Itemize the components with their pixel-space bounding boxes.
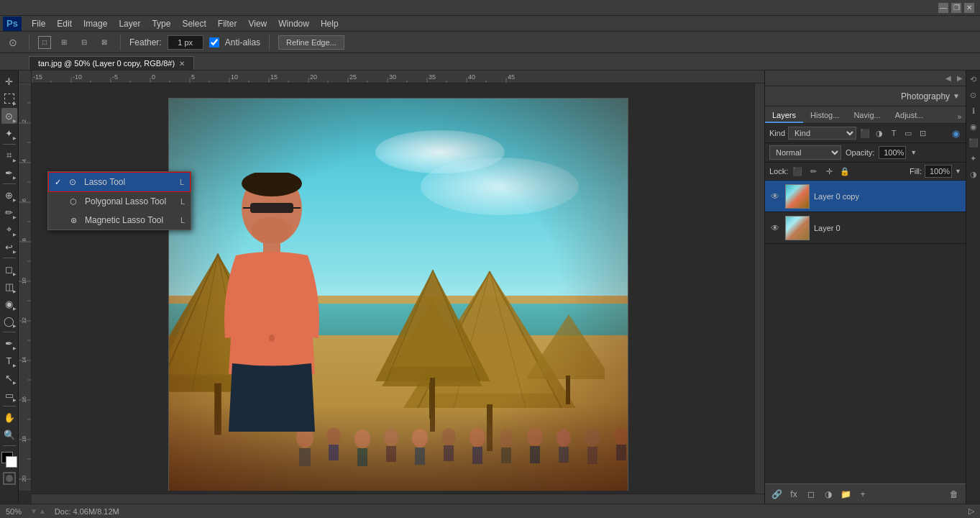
menu-filter[interactable]: Filter xyxy=(212,17,243,30)
subtract-selection-icon[interactable]: ⊟ xyxy=(77,35,91,50)
new-layer-button[interactable]: + xyxy=(856,487,870,501)
lock-position-icon[interactable]: ✛ xyxy=(823,165,835,178)
add-mask-button[interactable]: ◻ xyxy=(804,487,818,501)
lock-image-icon[interactable]: ✏ xyxy=(807,165,820,178)
fill-arrow[interactable]: ▼ xyxy=(955,168,961,175)
fill-input[interactable] xyxy=(925,165,952,178)
menu-layer[interactable]: Layer xyxy=(113,17,146,30)
fx-button[interactable]: fx xyxy=(787,487,801,501)
blur-tool[interactable]: ◉ ▶ xyxy=(1,296,17,312)
layers-tab-more[interactable]: » xyxy=(953,111,966,123)
panel-arrow-right[interactable]: ▶ xyxy=(957,74,963,82)
canvas-area[interactable]: -15 -10 -5 0 5 10 15 20 25 30 35 40 45 xyxy=(19,71,764,504)
vertical-scrollbar[interactable] xyxy=(754,83,764,494)
tab-adjust[interactable]: Adjust... xyxy=(888,109,931,123)
svg-rect-114 xyxy=(444,445,454,461)
path-select-tool[interactable]: ↖ ▶ xyxy=(1,370,17,386)
tab-navig[interactable]: Navig... xyxy=(846,109,887,123)
kind-select[interactable]: Kind Name Effect Mode Attribute Color Sm… xyxy=(788,127,856,140)
lasso-tool[interactable]: ⊙ ▶ xyxy=(1,108,17,124)
menu-window[interactable]: Window xyxy=(273,17,315,30)
zoom-up-icon[interactable]: ▲ xyxy=(39,507,46,515)
add-selection-icon[interactable]: ⊞ xyxy=(57,35,71,50)
link-layers-button[interactable]: 🔗 xyxy=(769,487,784,501)
eraser-tool[interactable]: ◻ ▶ xyxy=(1,261,17,277)
panel-info-icon[interactable]: ℹ xyxy=(968,105,979,117)
pixel-filter-icon[interactable]: ⬛ xyxy=(859,127,871,139)
menu-image[interactable]: Image xyxy=(78,17,113,30)
quick-mask-button[interactable] xyxy=(1,471,17,486)
move-tool[interactable]: ✛ xyxy=(1,73,17,89)
maximize-button[interactable]: ❐ xyxy=(951,3,961,13)
feather-label: Feather: xyxy=(129,37,162,47)
color-swatches[interactable] xyxy=(1,452,17,468)
feather-input[interactable] xyxy=(168,35,203,50)
title-bar-buttons[interactable]: — ❐ ✕ xyxy=(938,3,974,13)
intersect-selection-icon[interactable]: ⊠ xyxy=(97,35,111,50)
type-filter-icon[interactable]: T xyxy=(888,127,899,139)
menu-view[interactable]: View xyxy=(242,17,273,30)
dodge-tool[interactable]: ◯ ▶ xyxy=(1,313,17,329)
workspace-selector[interactable]: Photography ▼ xyxy=(765,86,966,106)
menu-file[interactable]: File xyxy=(26,17,51,30)
panel-swatches-icon[interactable]: ⬛ xyxy=(968,137,979,148)
menu-type[interactable]: Type xyxy=(146,17,176,30)
marquee-tool[interactable]: ▶ xyxy=(1,91,17,106)
layer-item-0[interactable]: 👁 Layer 0 xyxy=(765,212,966,244)
shape-filter-icon[interactable]: ▭ xyxy=(902,127,914,139)
type-tool[interactable]: T ▶ xyxy=(1,353,17,368)
layer-eye-0[interactable]: 👁 xyxy=(769,222,781,234)
document-tab[interactable]: tan.jpg @ 50% (Layer 0 copy, RGB/8#) ✕ xyxy=(29,56,194,70)
panel-style-icon[interactable]: ✦ xyxy=(968,153,979,164)
clone-stamp-tool[interactable]: ⌖ ▶ xyxy=(1,222,17,237)
eyedropper-tool[interactable]: ✒ ▶ xyxy=(1,165,17,181)
magnetic-lasso-option[interactable]: ⊛ Magnetic Lasso Tool L xyxy=(48,211,191,230)
horizontal-scrollbar[interactable] xyxy=(32,494,764,504)
opacity-input[interactable] xyxy=(879,146,906,159)
panel-history-icon[interactable]: ⊙ xyxy=(968,89,979,101)
layer-eye-copy[interactable]: 👁 xyxy=(769,191,781,202)
hand-tool[interactable]: ✋ xyxy=(1,409,17,425)
ruler-corner xyxy=(19,71,32,83)
layer-item-copy[interactable]: 👁 Layer 0 copy xyxy=(765,181,966,212)
zoom-tool[interactable]: 🔍 xyxy=(1,427,17,442)
canvas-image-container[interactable] xyxy=(32,83,764,491)
gradient-tool[interactable]: ◫ ▶ xyxy=(1,278,17,294)
panel-color-icon[interactable]: ◉ xyxy=(968,121,979,132)
group-button[interactable]: 📁 xyxy=(838,487,853,501)
polygonal-lasso-option[interactable]: ⬡ Polygonal Lasso Tool L xyxy=(48,192,191,211)
delete-layer-button[interactable]: 🗑 xyxy=(947,487,961,501)
tab-layers[interactable]: Layers xyxy=(765,109,803,123)
adjustment-button[interactable]: ◑ xyxy=(821,487,835,501)
history-brush-tool[interactable]: ↩ ▶ xyxy=(1,239,17,255)
tab-histog[interactable]: Histog... xyxy=(803,109,846,123)
pen-tool[interactable]: ✒ ▶ xyxy=(1,335,17,351)
lock-pixel-icon[interactable]: ⬛ xyxy=(791,165,804,178)
background-color[interactable] xyxy=(6,456,17,468)
new-selection-icon[interactable]: □ xyxy=(38,36,51,49)
panel-rotate-icon[interactable]: ⟲ xyxy=(968,73,979,85)
menu-select[interactable]: Select xyxy=(176,17,211,30)
opacity-arrow[interactable]: ▼ xyxy=(910,149,917,156)
close-button[interactable]: ✕ xyxy=(964,3,974,13)
lock-all-icon[interactable]: 🔒 xyxy=(838,165,851,178)
smart-filter-icon[interactable]: ⊡ xyxy=(917,127,928,139)
refine-edge-button[interactable]: Refine Edge... xyxy=(278,35,344,50)
menu-edit[interactable]: Edit xyxy=(51,17,78,30)
brush-tool[interactable]: ✏ ▶ xyxy=(1,204,17,220)
spot-heal-tool[interactable]: ⊕ ▶ xyxy=(1,187,17,203)
menu-help[interactable]: Help xyxy=(315,17,344,30)
adjustment-filter-icon[interactable]: ◑ xyxy=(874,127,885,139)
crop-tool[interactable]: ⌗ ▶ xyxy=(1,147,17,163)
quick-select-tool[interactable]: ✦ ▶ xyxy=(1,125,17,141)
panel-adjust-icon[interactable]: ◑ xyxy=(968,168,979,180)
filter-toggle[interactable]: ◉ xyxy=(950,127,961,139)
lasso-tool-option[interactable]: ✓ ⊙ Lasso Tool L xyxy=(48,172,191,192)
tab-close[interactable]: ✕ xyxy=(179,60,185,68)
antialias-checkbox[interactable] xyxy=(209,37,219,47)
blend-mode-select[interactable]: Normal Dissolve Multiply Screen Overlay xyxy=(769,145,841,160)
shape-tool[interactable]: ▭ ▶ xyxy=(1,387,17,403)
zoom-down-icon[interactable]: ▼ xyxy=(30,507,37,515)
minimize-button[interactable]: — xyxy=(938,3,948,13)
panel-arrow-left[interactable]: ◀ xyxy=(945,74,951,82)
